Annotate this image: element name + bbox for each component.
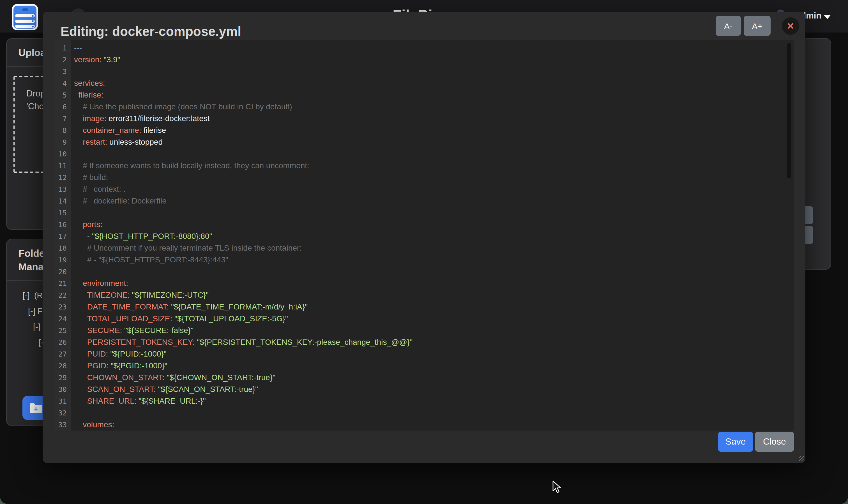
- code-editor[interactable]: 1234567891011121314151617181920212223242…: [54, 40, 794, 431]
- line-number-gutter: 1234567891011121314151617181920212223242…: [54, 40, 71, 431]
- mouse-cursor: [552, 481, 562, 494]
- resize-handle[interactable]: [799, 456, 804, 461]
- code-line: [72, 266, 786, 277]
- line-number: 31: [54, 395, 71, 407]
- folder-plus-icon: +: [30, 403, 42, 413]
- line-number: 30: [54, 383, 71, 395]
- code-line: ports:: [72, 219, 786, 230]
- code-line: SCAN_ON_START: "${SCAN_ON_START:-true}": [72, 383, 786, 395]
- code-line: DATE_TIME_FORMAT: "${DATE_TIME_FORMAT:-m…: [72, 301, 786, 313]
- line-number: 1: [54, 42, 71, 54]
- edit-file-modal: Editing: docker-compose.yml A- A+ ✕ 1234…: [42, 12, 806, 463]
- code-line: - "${HOST_HTTP_PORT:-8080}:80": [72, 230, 786, 242]
- line-number: 3: [54, 66, 71, 77]
- line-number: 9: [54, 136, 71, 148]
- line-number: 21: [54, 277, 71, 289]
- line-number: 4: [54, 77, 71, 89]
- code-line: ---: [72, 42, 786, 54]
- code-line: # dockerfile: Dockerfile: [72, 195, 786, 207]
- line-number: 6: [54, 101, 71, 113]
- close-icon[interactable]: ✕: [782, 17, 799, 35]
- line-number: 19: [54, 254, 71, 266]
- code-line: restart: unless-stopped: [72, 136, 786, 148]
- line-number: 26: [54, 336, 71, 348]
- line-number: 17: [54, 230, 71, 242]
- line-number: 8: [54, 124, 71, 136]
- close-button[interactable]: Close: [755, 432, 794, 452]
- code-line: [72, 407, 786, 419]
- app-window: FileRise admin Upload Drop files here or…: [0, 0, 848, 504]
- code-line: # Uncomment if you really terminate TLS …: [72, 242, 786, 254]
- code-line: [72, 148, 786, 160]
- code-line: filerise:: [72, 89, 786, 101]
- line-number: 7: [54, 113, 71, 124]
- code-line: CHOWN_ON_START: "${CHOWN_ON_START:-true}…: [72, 372, 786, 383]
- line-number: 14: [54, 195, 71, 207]
- code-line: # If someone wants to build locally inst…: [72, 160, 786, 172]
- line-number: 28: [54, 360, 71, 372]
- line-number: 27: [54, 348, 71, 360]
- code-line: TIMEZONE: "${TIMEZONE:-UTC}": [72, 289, 786, 301]
- line-number: 16: [54, 219, 71, 230]
- line-number: 20: [54, 266, 71, 277]
- code-line: # build:: [72, 172, 786, 183]
- code-line: PUID: "${PUID:-1000}": [72, 348, 786, 360]
- line-number: 33: [54, 419, 71, 431]
- code-line: TOTAL_UPLOAD_SIZE: "${TOTAL_UPLOAD_SIZE:…: [72, 313, 786, 325]
- code-line: [72, 207, 786, 219]
- code-line: SECURE: "${SECURE:-false}": [72, 325, 786, 336]
- code-line: environment:: [72, 277, 786, 289]
- line-number: 5: [54, 89, 71, 101]
- line-number: 10: [54, 148, 71, 160]
- code-line: services:: [72, 77, 786, 89]
- code-content: ---version: "3.9" services: filerise: # …: [72, 40, 786, 431]
- modal-title: Editing: docker-compose.yml: [60, 24, 241, 39]
- desktop-wallpaper: FileRise admin Upload Drop files here or…: [0, 0, 848, 504]
- font-increase-button[interactable]: A+: [744, 16, 771, 36]
- editor-scrollbar[interactable]: [787, 43, 791, 178]
- line-number: 25: [54, 325, 71, 336]
- line-number: 18: [54, 242, 71, 254]
- code-line: version: "3.9": [72, 54, 786, 66]
- line-number: 15: [54, 207, 71, 219]
- code-line: PERSISTENT_TOKENS_KEY: "${PERSISTENT_TOK…: [72, 336, 786, 348]
- line-number: 2: [54, 54, 71, 66]
- line-number: 32: [54, 407, 71, 419]
- line-number: 12: [54, 172, 71, 183]
- code-line: # - "${HOST_HTTPS_PORT:-8443}:443": [72, 254, 786, 266]
- code-line: [72, 66, 786, 77]
- chevron-down-icon[interactable]: [824, 15, 831, 19]
- save-button[interactable]: Save: [718, 432, 753, 452]
- code-line: container_name: filerise: [72, 124, 786, 136]
- line-number: 24: [54, 313, 71, 325]
- line-number: 23: [54, 301, 71, 313]
- line-number: 29: [54, 372, 71, 383]
- line-number: 22: [54, 289, 71, 301]
- code-line: SHARE_URL: "${SHARE_URL:-}": [72, 395, 786, 407]
- code-line: volumes:: [72, 419, 786, 431]
- filerise-logo-icon: [12, 4, 38, 30]
- font-decrease-button[interactable]: A-: [716, 16, 741, 36]
- code-line: image: error311/filerise-docker:latest: [72, 113, 786, 124]
- code-line: PGID: "${PGID:-1000}": [72, 360, 786, 372]
- line-number: 11: [54, 160, 71, 172]
- code-line: # context: .: [72, 183, 786, 195]
- code-line: # Use the published image (does NOT buil…: [72, 101, 786, 113]
- line-number: 13: [54, 183, 71, 195]
